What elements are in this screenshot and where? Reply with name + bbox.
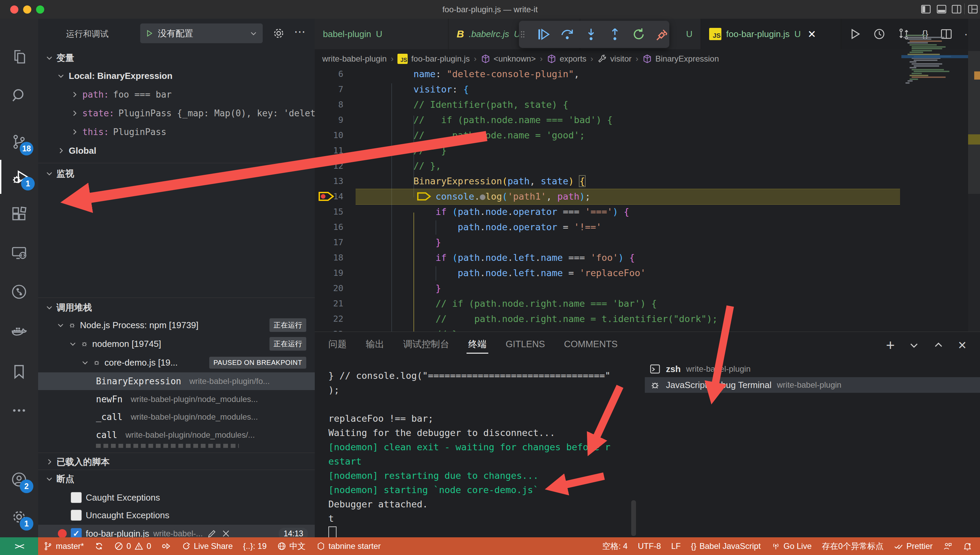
breadcrumb-item[interactable]: exports (560, 54, 586, 64)
call-stack-frame[interactable]: callwrite-babel-plugin/node_modules/... (38, 426, 315, 444)
new-terminal-icon[interactable]: + (886, 337, 895, 354)
problems-item[interactable]: 0 0 (109, 537, 156, 555)
remove-breakpoint-icon[interactable] (221, 529, 231, 537)
toggle-secondary-sidebar-icon[interactable] (951, 3, 962, 16)
breakpoints-section-header[interactable]: 断点 (38, 471, 315, 487)
close-tab-icon[interactable]: ✕ (808, 28, 816, 40)
sync-changes-item[interactable] (89, 537, 109, 555)
panel-tab-输出[interactable]: 输出 (366, 332, 384, 356)
toggle-sidebar-icon[interactable] (920, 3, 932, 16)
code-line[interactable]: 7 visitor: { (315, 82, 980, 97)
notifications-item[interactable] (958, 537, 977, 555)
tab-babel-plugin[interactable]: babel-pluginU (315, 19, 448, 49)
call-stack-frame[interactable]: _callwrite-babel-plugin/node_modules... (38, 408, 315, 426)
code-line[interactable]: 23 // } (315, 326, 980, 332)
more-views-icon[interactable] (0, 393, 38, 427)
code-line[interactable]: 21 // if (path.node.right.name === 'bar'… (315, 296, 980, 311)
git-branch-item[interactable]: master* (38, 537, 89, 555)
panel-tab-问题[interactable]: 问题 (328, 332, 347, 356)
language-mode-item[interactable]: {}Babel JavaScript (686, 537, 766, 555)
variables-scope-row[interactable]: Local: BinaryExpression (38, 67, 315, 85)
step-out-icon[interactable] (607, 27, 622, 42)
feedback-item[interactable] (938, 537, 958, 555)
minimap[interactable] (903, 35, 970, 89)
breadcrumb-item[interactable]: foo-bar-plugin.js (411, 54, 469, 64)
breadcrumb-item[interactable]: <unknown> (494, 54, 536, 64)
sidebar-item-gitlens[interactable] (0, 275, 38, 309)
variable-row[interactable]: path:foo === bar (38, 86, 315, 103)
settings-gear-icon[interactable]: 1 (0, 500, 38, 534)
terminal-dropdown-icon[interactable] (909, 340, 919, 350)
step-into-icon[interactable] (583, 27, 599, 42)
sidebar-item-extensions[interactable] (0, 197, 38, 231)
run-file-icon[interactable] (848, 27, 861, 40)
remote-indicator[interactable]: >< (0, 537, 38, 555)
go-live-item[interactable]: Go Live (766, 537, 817, 555)
panel-tab-GITLENS[interactable]: GITLENS (506, 332, 545, 356)
breadcrumb-item[interactable]: visitor (610, 54, 631, 64)
editor-scrollbar[interactable] (968, 19, 980, 332)
toggle-panel-icon[interactable] (936, 3, 947, 16)
display-language-item[interactable]: 中文 (272, 537, 311, 555)
close-panel-icon[interactable]: × (958, 337, 966, 353)
call-stack-section-header[interactable]: 调用堆栈 (38, 300, 315, 315)
customize-layout-icon[interactable] (967, 3, 978, 16)
call-stack-frame[interactable]: BinaryExpressionwrite-babel-plugin/fo... (38, 372, 315, 390)
terminal-list-item[interactable]: zshwrite-babel-plugin (645, 361, 980, 377)
sidebar-item-source-control[interactable]: 18 (0, 125, 38, 159)
edit-breakpoint-icon[interactable] (207, 528, 217, 537)
breakpoint-caught-exceptions[interactable]: Caught Exceptions (38, 489, 315, 506)
eol-item[interactable]: LF (666, 537, 686, 555)
live-share-item[interactable]: Live Share (176, 537, 238, 555)
code-line[interactable]: 20 } (315, 281, 980, 296)
code-line[interactable]: 17 } (315, 235, 980, 250)
call-stack-session[interactable]: core-demo.js [19...PAUSED ON BREAKPOINT (38, 354, 315, 371)
breakpoint-uncaught-exceptions[interactable]: Uncaught Exceptions (38, 506, 315, 524)
maximize-panel-icon[interactable] (933, 340, 944, 350)
step-over-icon[interactable] (560, 27, 575, 42)
code-line[interactable]: 19 path.node.left.name = 'replaceFoo' (315, 265, 980, 281)
debug-settings-gear-icon[interactable] (272, 27, 285, 41)
sidebar-item-explorer[interactable] (0, 40, 38, 74)
variable-row[interactable]: this:PluginPass (38, 123, 315, 141)
indentation-item[interactable]: 空格: 4 (597, 537, 633, 555)
code-line[interactable]: 6 name: "delete-console-plugin", (315, 68, 980, 82)
variable-row[interactable]: state:PluginPass {_map: Map(0), key: 'de… (38, 104, 315, 122)
call-stack-session[interactable]: Node.js Process: npm [19739]正在运行 (38, 316, 315, 334)
breadcrumb-item[interactable]: BinaryExpression (655, 54, 719, 64)
code-line[interactable]: 18 if (path.node.left.name === 'foo') { (315, 250, 980, 265)
toolbar-drag-handle[interactable] (518, 27, 527, 42)
continue-icon[interactable] (536, 27, 551, 42)
code-line[interactable]: 13 BinaryExpression(path, state) { (315, 173, 980, 189)
terminal-scrollbar[interactable] (631, 500, 636, 536)
code-line[interactable]: 16 path.node.operator = '!==' (315, 219, 980, 235)
checkbox-checked[interactable]: ✓ (71, 528, 82, 537)
debug-status-item[interactable] (156, 537, 176, 555)
code-line[interactable]: 10 // path.node.name = 'good'; (315, 128, 980, 143)
checkbox-unchecked[interactable] (71, 492, 82, 503)
variables-global-row[interactable]: Global (38, 142, 315, 159)
breadcrumb-item[interactable]: write-babel-plugin (322, 54, 387, 64)
call-stack-session[interactable]: nodemon [19745]正在运行 (38, 335, 315, 353)
code-line[interactable]: 15 if (path.node.operator === '===') { (315, 204, 980, 219)
code-line[interactable]: 14 console.●log('path1', path); (315, 189, 980, 204)
code-line[interactable]: 22 // path.node.right.name = t.identifie… (315, 311, 980, 326)
prettier-item[interactable]: Prettier (889, 537, 938, 555)
code-line[interactable]: 9 // if (path.node.name === 'bad') { (315, 112, 980, 128)
breakpoint-entry-row[interactable]: ✓ foo-bar-plugin.js write-babel-... 14:1… (38, 525, 315, 537)
sidebar-item-run-debug[interactable]: 1 (0, 160, 40, 194)
terminal-list-item[interactable]: JavaScript Debug Terminalwrite-babel-plu… (645, 377, 980, 393)
code-line[interactable]: 11 // } (315, 143, 980, 158)
code-line[interactable]: 8 // Identifier(path, state) { (315, 97, 980, 112)
watch-section-header[interactable]: 监视 (38, 165, 315, 181)
call-stack-frame[interactable]: newFnwrite-babel-plugin/node_modules... (38, 390, 315, 408)
accounts-icon[interactable]: 2 (0, 462, 38, 497)
timeline-history-icon[interactable] (873, 27, 886, 40)
encoding-item[interactable]: UTF-8 (633, 537, 666, 555)
panel-tab-COMMENTS[interactable]: COMMENTS (564, 332, 618, 356)
bracket-count-item[interactable]: {..}: 19 (238, 537, 272, 555)
restart-icon[interactable] (631, 27, 646, 42)
panel-tab-终端[interactable]: 终端 (468, 332, 487, 356)
tabnine-item[interactable]: tabnine starter (311, 537, 386, 555)
checkbox-unchecked[interactable] (71, 510, 82, 521)
